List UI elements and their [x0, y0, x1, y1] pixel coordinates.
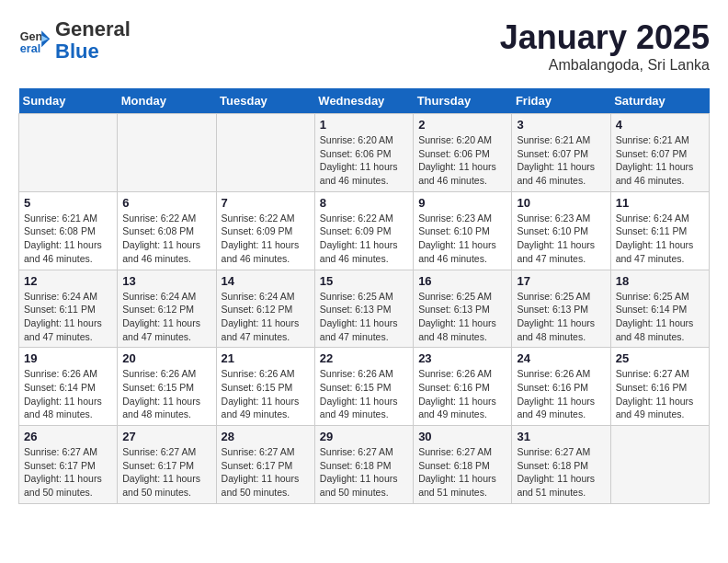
weekday-header-friday: Friday — [512, 88, 610, 114]
logo-icon: Gen eral — [18, 24, 51, 57]
calendar-cell: 13Sunrise: 6:24 AM Sunset: 6:12 PM Dayli… — [118, 270, 216, 348]
calendar-cell: 16Sunrise: 6:25 AM Sunset: 6:13 PM Dayli… — [414, 270, 512, 348]
calendar-cell: 21Sunrise: 6:26 AM Sunset: 6:15 PM Dayli… — [216, 348, 314, 426]
day-number: 15 — [320, 274, 408, 288]
logo-text: General Blue — [55, 18, 131, 63]
day-number: 18 — [616, 274, 704, 288]
calendar-cell: 22Sunrise: 6:26 AM Sunset: 6:15 PM Dayli… — [314, 348, 413, 426]
day-number: 28 — [222, 430, 310, 443]
calendar-cell: 2Sunrise: 6:20 AM Sunset: 6:06 PM Daylig… — [414, 114, 512, 192]
calendar-cell: 12Sunrise: 6:24 AM Sunset: 6:11 PM Dayli… — [19, 270, 118, 348]
day-info: Sunrise: 6:26 AM Sunset: 6:15 PM Dayligh… — [222, 367, 310, 421]
day-info: Sunrise: 6:22 AM Sunset: 6:09 PM Dayligh… — [320, 212, 408, 266]
day-info: Sunrise: 6:27 AM Sunset: 6:17 PM Dayligh… — [222, 445, 310, 500]
day-info: Sunrise: 6:23 AM Sunset: 6:10 PM Dayligh… — [517, 212, 605, 266]
title-block: January 2025 Ambalangoda, Sri Lanka — [500, 18, 710, 74]
calendar-header: SundayMondayTuesdayWednesdayThursdayFrid… — [19, 88, 710, 114]
day-number: 17 — [517, 274, 605, 288]
weekday-header-monday: Monday — [118, 88, 216, 114]
day-info: Sunrise: 6:23 AM Sunset: 6:10 PM Dayligh… — [418, 212, 506, 266]
day-info: Sunrise: 6:26 AM Sunset: 6:16 PM Dayligh… — [517, 367, 605, 421]
day-info: Sunrise: 6:25 AM Sunset: 6:13 PM Dayligh… — [320, 290, 408, 344]
calendar-cell: 26Sunrise: 6:27 AM Sunset: 6:17 PM Dayli… — [19, 426, 118, 504]
day-number: 31 — [517, 430, 605, 443]
day-info: Sunrise: 6:26 AM Sunset: 6:15 PM Dayligh… — [320, 367, 408, 421]
day-number: 10 — [517, 196, 605, 210]
day-info: Sunrise: 6:24 AM Sunset: 6:11 PM Dayligh… — [616, 212, 704, 266]
weekday-header-tuesday: Tuesday — [216, 88, 314, 114]
day-number: 3 — [517, 118, 605, 132]
day-number: 29 — [320, 430, 408, 443]
weekday-header-wednesday: Wednesday — [314, 88, 413, 114]
calendar-week-1: 1Sunrise: 6:20 AM Sunset: 6:06 PM Daylig… — [19, 114, 710, 192]
calendar-week-3: 12Sunrise: 6:24 AM Sunset: 6:11 PM Dayli… — [19, 270, 710, 348]
calendar-week-2: 5Sunrise: 6:21 AM Sunset: 6:08 PM Daylig… — [19, 191, 710, 270]
calendar-cell: 31Sunrise: 6:27 AM Sunset: 6:18 PM Dayli… — [512, 426, 610, 504]
calendar-cell: 5Sunrise: 6:21 AM Sunset: 6:08 PM Daylig… — [19, 191, 118, 270]
calendar-cell — [19, 114, 118, 192]
day-info: Sunrise: 6:21 AM Sunset: 6:08 PM Dayligh… — [24, 212, 112, 266]
calendar-cell: 8Sunrise: 6:22 AM Sunset: 6:09 PM Daylig… — [314, 191, 413, 270]
weekday-header-sunday: Sunday — [19, 88, 118, 114]
day-number: 25 — [616, 351, 704, 365]
day-number: 27 — [122, 430, 210, 443]
logo: Gen eral General Blue — [18, 18, 131, 63]
day-number: 4 — [616, 118, 704, 132]
svg-text:eral: eral — [20, 42, 40, 55]
day-info: Sunrise: 6:27 AM Sunset: 6:16 PM Dayligh… — [616, 367, 704, 421]
calendar-cell: 10Sunrise: 6:23 AM Sunset: 6:10 PM Dayli… — [512, 191, 610, 270]
day-number: 1 — [320, 118, 408, 132]
day-info: Sunrise: 6:27 AM Sunset: 6:18 PM Dayligh… — [320, 445, 408, 500]
day-number: 30 — [418, 430, 506, 443]
calendar-cell — [118, 114, 216, 192]
calendar-cell: 17Sunrise: 6:25 AM Sunset: 6:13 PM Dayli… — [512, 270, 610, 348]
calendar-cell: 14Sunrise: 6:24 AM Sunset: 6:12 PM Dayli… — [216, 270, 314, 348]
day-number: 24 — [517, 351, 605, 365]
day-number: 22 — [320, 351, 408, 365]
day-info: Sunrise: 6:24 AM Sunset: 6:12 PM Dayligh… — [222, 290, 310, 344]
calendar-cell: 23Sunrise: 6:26 AM Sunset: 6:16 PM Dayli… — [414, 348, 512, 426]
day-number: 23 — [418, 351, 506, 365]
calendar-cell: 24Sunrise: 6:26 AM Sunset: 6:16 PM Dayli… — [512, 348, 610, 426]
day-number: 14 — [222, 274, 310, 288]
calendar-cell: 4Sunrise: 6:21 AM Sunset: 6:07 PM Daylig… — [610, 114, 709, 192]
day-info: Sunrise: 6:22 AM Sunset: 6:09 PM Dayligh… — [222, 212, 310, 266]
day-number: 20 — [122, 351, 210, 365]
day-number: 19 — [24, 351, 112, 365]
calendar-cell: 15Sunrise: 6:25 AM Sunset: 6:13 PM Dayli… — [314, 270, 413, 348]
day-info: Sunrise: 6:27 AM Sunset: 6:18 PM Dayligh… — [418, 445, 506, 500]
calendar-cell — [216, 114, 314, 192]
day-info: Sunrise: 6:21 AM Sunset: 6:07 PM Dayligh… — [616, 133, 704, 188]
day-number: 5 — [24, 196, 112, 210]
day-number: 13 — [122, 274, 210, 288]
calendar-cell: 3Sunrise: 6:21 AM Sunset: 6:07 PM Daylig… — [512, 114, 610, 192]
calendar-cell: 11Sunrise: 6:24 AM Sunset: 6:11 PM Dayli… — [610, 191, 709, 270]
calendar-week-4: 19Sunrise: 6:26 AM Sunset: 6:14 PM Dayli… — [19, 348, 710, 426]
day-info: Sunrise: 6:20 AM Sunset: 6:06 PM Dayligh… — [320, 133, 408, 188]
calendar-cell: 1Sunrise: 6:20 AM Sunset: 6:06 PM Daylig… — [314, 114, 413, 192]
calendar-week-5: 26Sunrise: 6:27 AM Sunset: 6:17 PM Dayli… — [19, 426, 710, 504]
day-info: Sunrise: 6:25 AM Sunset: 6:14 PM Dayligh… — [616, 290, 704, 344]
day-info: Sunrise: 6:26 AM Sunset: 6:14 PM Dayligh… — [24, 367, 112, 421]
calendar-cell: 19Sunrise: 6:26 AM Sunset: 6:14 PM Dayli… — [19, 348, 118, 426]
calendar-cell: 9Sunrise: 6:23 AM Sunset: 6:10 PM Daylig… — [414, 191, 512, 270]
calendar-cell: 28Sunrise: 6:27 AM Sunset: 6:17 PM Dayli… — [216, 426, 314, 504]
day-number: 11 — [616, 196, 704, 210]
weekday-header-thursday: Thursday — [414, 88, 512, 114]
calendar-cell: 29Sunrise: 6:27 AM Sunset: 6:18 PM Dayli… — [314, 426, 413, 504]
day-info: Sunrise: 6:25 AM Sunset: 6:13 PM Dayligh… — [418, 290, 506, 344]
calendar-cell: 25Sunrise: 6:27 AM Sunset: 6:16 PM Dayli… — [610, 348, 709, 426]
calendar-body: 1Sunrise: 6:20 AM Sunset: 6:06 PM Daylig… — [19, 114, 710, 504]
day-number: 9 — [418, 196, 506, 210]
day-number: 16 — [418, 274, 506, 288]
calendar-cell: 27Sunrise: 6:27 AM Sunset: 6:17 PM Dayli… — [118, 426, 216, 504]
day-info: Sunrise: 6:21 AM Sunset: 6:07 PM Dayligh… — [517, 133, 605, 188]
day-info: Sunrise: 6:27 AM Sunset: 6:17 PM Dayligh… — [122, 445, 210, 500]
location-subtitle: Ambalangoda, Sri Lanka — [500, 57, 710, 74]
day-number: 8 — [320, 196, 408, 210]
calendar-cell: 18Sunrise: 6:25 AM Sunset: 6:14 PM Dayli… — [610, 270, 709, 348]
calendar-cell: 7Sunrise: 6:22 AM Sunset: 6:09 PM Daylig… — [216, 191, 314, 270]
day-info: Sunrise: 6:27 AM Sunset: 6:18 PM Dayligh… — [517, 445, 605, 500]
day-info: Sunrise: 6:27 AM Sunset: 6:17 PM Dayligh… — [24, 445, 112, 500]
day-info: Sunrise: 6:25 AM Sunset: 6:13 PM Dayligh… — [517, 290, 605, 344]
